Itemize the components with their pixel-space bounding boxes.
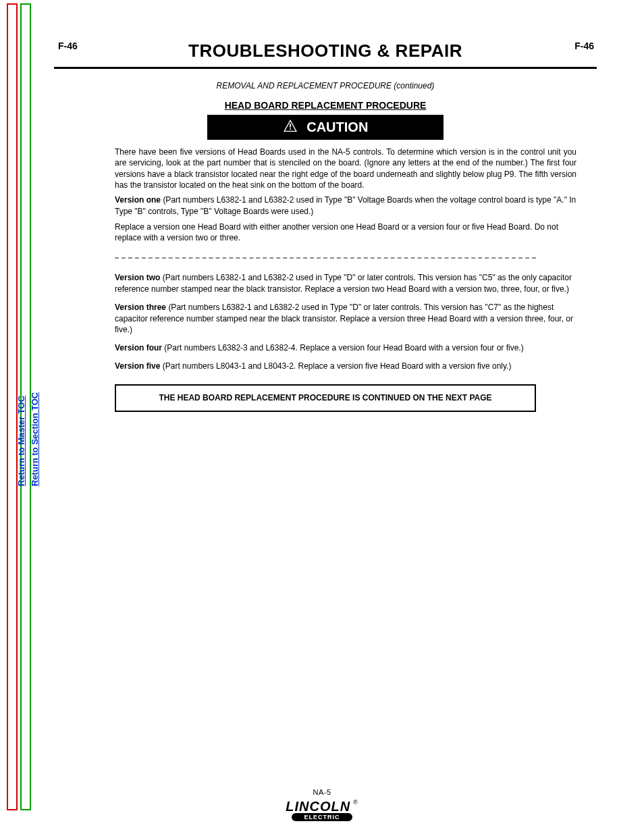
- warning-triangle-icon: [283, 119, 298, 136]
- svg-rect-2: [290, 124, 291, 127]
- footer-model: NA-5: [0, 788, 644, 796]
- caution-banner: CAUTION: [207, 115, 444, 140]
- svg-rect-3: [290, 128, 291, 130]
- return-section-toc-link[interactable]: Return to Section TOC: [30, 392, 40, 486]
- return-master-toc-link[interactable]: Return to Master TOC: [16, 396, 26, 486]
- intro-paragraph: There have been five versions of Head Bo…: [115, 147, 576, 190]
- para-v1-replace: Replace a version one Head Board with ei…: [115, 221, 576, 244]
- para-v2: (Part numbers L6382-1 and L6382-2 used i…: [115, 273, 572, 294]
- label-v2: Version two: [115, 273, 160, 282]
- continuation-notice-box: THE HEAD BOARD REPLACEMENT PROCEDURE IS …: [115, 384, 536, 412]
- para-v1: (Part numbers L6382-1 and L6382-2 used i…: [115, 195, 576, 216]
- label-v1: Version one: [115, 195, 161, 205]
- para-v4: (Part numbers L6382-3 and L6382-4. Repla…: [164, 343, 523, 353]
- label-v3: Version three: [115, 303, 166, 312]
- logo-brand: LINCOLN: [286, 799, 350, 814]
- page-subtitle: REMOVAL AND REPLACEMENT PROCEDURE (conti…: [54, 81, 597, 90]
- header-rule: [54, 67, 597, 69]
- para-v3: (Part numbers L6382-1 and L6382-2 used i…: [115, 303, 573, 335]
- dashed-divider: [115, 257, 536, 259]
- label-v5: Version five: [115, 361, 160, 371]
- logo-registered: ®: [353, 799, 358, 806]
- section-heading: HEAD BOARD REPLACEMENT PROCEDURE: [54, 100, 597, 111]
- para-v5: (Part numbers L8043-1 and L8043-2. Repla…: [163, 361, 512, 371]
- lincoln-electric-logo: LINCOLN® ELECTRIC: [286, 799, 358, 821]
- label-v4: Version four: [115, 343, 162, 353]
- logo-plate: ELECTRIC: [292, 813, 352, 821]
- page-title: TROUBLESHOOTING & REPAIR: [54, 41, 597, 61]
- page-footer: NA-5 LINCOLN® ELECTRIC: [0, 788, 644, 822]
- caution-label: CAUTION: [306, 120, 368, 134]
